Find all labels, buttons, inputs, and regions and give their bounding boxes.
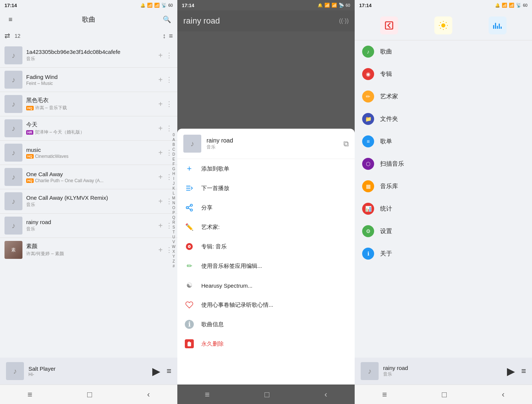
hr-badge: HR [26, 130, 33, 135]
add-song-button[interactable]: + [158, 100, 163, 108]
nav-menu-sidebar[interactable]: ≡ [373, 387, 396, 403]
menu-item-mood[interactable]: 使用心事卷轴记录听歌心情... [177, 295, 355, 315]
artists-dot-icon: ✏ [362, 91, 374, 102]
hq-badge: HQ [26, 178, 34, 183]
song-item[interactable]: ♪ rainy road 音乐 + ⋮ [0, 214, 177, 238]
sidebar-item-settings[interactable]: ⚙ 设置 [355, 220, 532, 242]
player-thumb-sidebar: ♪ [361, 362, 379, 380]
signal2-icon: 📶 [154, 3, 160, 8]
panel-sidebar: 17:14 🔔 📶 📶 📡 60 [355, 0, 532, 404]
song-info: One Call Away (KLYMVX Remix) 音乐 [26, 195, 155, 208]
shuffle-icon-left[interactable]: ⇄ [4, 32, 10, 40]
add-song-button[interactable]: + [158, 51, 163, 60]
song-title: 1a423305bcb96e3e3f14dc08b4cafefe [26, 49, 155, 55]
sidebar-label-artists: 艺术家 [380, 93, 398, 101]
mood-icon [185, 300, 194, 309]
nav-menu-left[interactable]: ≡ [18, 387, 41, 403]
sidebar-item-songs[interactable]: ♪ 歌曲 [355, 40, 532, 63]
add-song-button[interactable]: + [158, 76, 163, 84]
nav-back-middle[interactable]: ‹ [315, 387, 336, 403]
song-info: One Call Away HQ Charlie Puth – One Call… [26, 171, 155, 183]
menu-item-delete[interactable]: 永久删除 [177, 334, 355, 354]
song-item[interactable]: ♪ Fading Wind Feint – Music + ⋮ [0, 68, 177, 92]
song-info: rainy road 音乐 [26, 219, 155, 232]
battery-text: 60 [168, 3, 173, 7]
copy-button[interactable]: ⧉ [343, 140, 349, 148]
add-song-button[interactable]: + [158, 149, 163, 157]
more-options-button[interactable]: ⋮ [166, 124, 173, 132]
bottom-nav-middle: ≡ □ ‹ [177, 385, 355, 404]
theme-icon-button[interactable] [434, 16, 452, 34]
more-options-button[interactable]: ⋮ [166, 76, 173, 84]
add-playlist-icon: + [185, 164, 194, 173]
menu-button-left[interactable]: ≡ [3, 12, 18, 27]
menu-item-share[interactable]: 分享 [177, 198, 355, 217]
song-meta: HQ Charlie Puth – One Call Away (A... [26, 178, 155, 183]
scan-dot-icon: ⬡ [362, 158, 374, 170]
song-item[interactable]: ♪ 1a423305bcb96e3e3f14dc08b4cafefe 音乐 + … [0, 43, 177, 67]
song-actions: + ⋮ [158, 124, 173, 133]
play-button-left[interactable]: ▶ [152, 365, 160, 377]
status-time-middle: 17:14 [182, 3, 194, 8]
song-item[interactable]: ♪ 黑色毛衣 HQ 许嵩 – 音乐下载 + ⋮ [0, 92, 177, 116]
song-item[interactable]: ♪ music HQ CinematicWaves + ⋮ [0, 141, 177, 165]
music-note-icon: ♪ [12, 221, 15, 230]
sidebar-item-playlists[interactable]: ≡ 歌单 [355, 130, 532, 153]
song-item[interactable]: ♪ One Call Away (KLYMVX Remix) 音乐 + ⋮ [0, 189, 177, 213]
menu-item-play-next[interactable]: 下一首播放 [177, 178, 355, 198]
context-menu: ♪ rainy road 音乐 ⧉ + 添加到歌单 下一首播放 [177, 129, 355, 385]
sidebar-top-icons [355, 10, 532, 40]
nav-back-left[interactable]: ‹ [138, 387, 159, 403]
sort-icon-left[interactable]: ↕ [162, 32, 166, 40]
wifi-icon-m: 📡 [339, 3, 344, 8]
equalizer-icon-button[interactable] [489, 16, 507, 34]
queue-button-sidebar[interactable]: ≡ [521, 366, 526, 376]
nav-back-sidebar[interactable]: ‹ [493, 387, 513, 403]
nav-home-sidebar[interactable]: □ [433, 387, 456, 403]
search-button-left[interactable]: 🔍 [159, 12, 174, 27]
play-button-sidebar[interactable]: ▶ [507, 365, 515, 377]
song-title: One Call Away [26, 171, 155, 177]
menu-item-add-playlist[interactable]: + 添加到歌单 [177, 159, 355, 178]
queue-button-left[interactable]: ≡ [166, 366, 171, 376]
menu-item-artist[interactable]: ✏️ 艺术家: [177, 217, 355, 237]
more-options-button[interactable]: ⋮ [166, 100, 173, 108]
sort-bar-left: ⇄ 12 ↕ ≡ [0, 28, 177, 43]
menu-item-song-info[interactable]: ℹ 歌曲信息 [177, 315, 355, 334]
add-song-button[interactable]: + [158, 246, 163, 254]
song-item[interactable]: ♪ One Call Away HQ Charlie Puth – One Ca… [0, 165, 177, 189]
sidebar-item-stats[interactable]: 📊 统计 [355, 198, 532, 220]
sidebar-item-library[interactable]: ▦ 音乐库 [355, 175, 532, 198]
menu-label-album: 专辑: 音乐 [201, 243, 227, 250]
sidebar-item-artists[interactable]: ✏ 艺术家 [355, 85, 532, 108]
add-song-button[interactable]: + [158, 173, 163, 181]
song-item[interactable]: 素 素颜 许嵩/何曼婷 – 素颜 + ⋮ [0, 238, 177, 262]
song-thumb: ♪ [4, 46, 22, 64]
sidebar-item-about[interactable]: ℹ 关于 [355, 242, 532, 265]
song-meta: 音乐 [26, 56, 155, 62]
add-song-button[interactable]: + [158, 124, 163, 133]
song-actions: + ⋮ [158, 100, 173, 108]
nav-home-left[interactable]: □ [78, 387, 101, 403]
more-options-button[interactable]: ⋮ [166, 51, 173, 59]
settings-dot-icon: ⚙ [362, 225, 374, 237]
nav-home-middle[interactable]: □ [256, 387, 278, 403]
sidebar-item-folders[interactable]: 📁 文件夹 [355, 108, 532, 130]
artist-icon: ✏️ [185, 223, 194, 232]
song-item[interactable]: ♪ 今天 HR 贺泽坤 – 今天（婚礼版） + ⋮ [0, 116, 177, 140]
add-song-button[interactable]: + [158, 221, 163, 230]
battery-text-m: 60 [346, 3, 350, 7]
menu-item-spectrum[interactable]: ☯ Hearusy Spectrum... [177, 276, 355, 295]
music-note-icon: ♪ [12, 124, 15, 133]
menu-item-album[interactable]: 专辑: 音乐 [177, 237, 355, 256]
return-icon-button[interactable] [380, 16, 398, 34]
music-note-icon: ♪ [12, 100, 15, 108]
menu-item-edit-tags[interactable]: ✏ 使用音乐标签应用编辑... [177, 256, 355, 276]
sidebar-item-scan[interactable]: ⬡ 扫描音乐 [355, 153, 532, 175]
nav-menu-middle[interactable]: ≡ [196, 387, 218, 403]
player-subtitle-left: Hi- [28, 372, 148, 377]
add-song-button[interactable]: + [158, 197, 163, 206]
list-view-icon-left[interactable]: ≡ [169, 32, 173, 40]
alphabet-index[interactable]: 0 A B C D E F G H I J K L M N O P Q R S … [171, 132, 177, 269]
sidebar-item-albums[interactable]: ◉ 专辑 [355, 63, 532, 85]
